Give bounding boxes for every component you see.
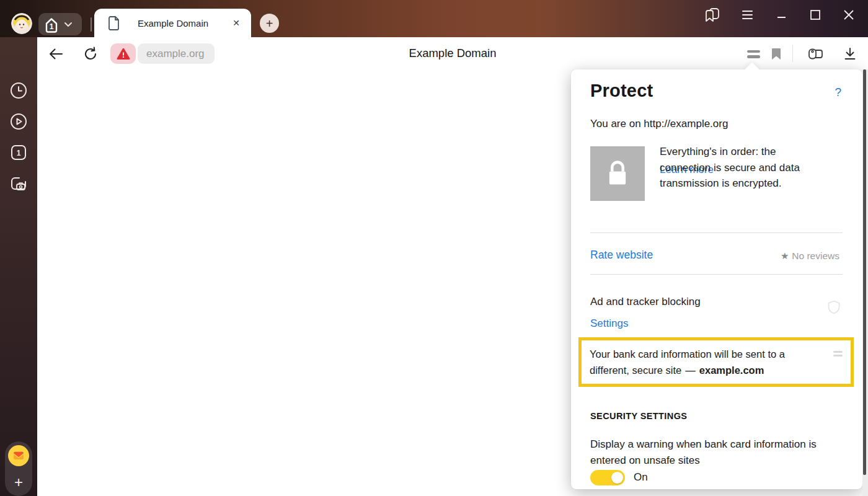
connection-status-text: Everything's in order: the connection is… bbox=[660, 144, 828, 177]
scrollbar-thumb[interactable] bbox=[863, 69, 866, 475]
play-icon bbox=[9, 112, 28, 131]
rate-website-link[interactable]: Rate website bbox=[590, 249, 653, 262]
warning-toggle-row: On bbox=[590, 470, 776, 486]
address-bar[interactable]: example.org bbox=[138, 43, 215, 64]
back-button[interactable] bbox=[47, 45, 64, 63]
location-line: You are on http://example.org bbox=[590, 118, 728, 130]
titlebar-divider bbox=[91, 17, 92, 32]
screenshot-button[interactable] bbox=[9, 174, 28, 193]
divider bbox=[590, 274, 843, 275]
mail-button[interactable] bbox=[8, 445, 29, 466]
close-tab-icon[interactable]: ✕ bbox=[229, 16, 244, 30]
active-tab-count-icon: 1 bbox=[43, 15, 60, 33]
chevron-down-icon bbox=[64, 22, 73, 27]
reviews-label: No reviews bbox=[792, 250, 839, 262]
maximize-button[interactable] bbox=[807, 7, 823, 23]
window-titlebar: 1 Example Domain ✕ + bbox=[0, 0, 868, 37]
warning-toggle[interactable] bbox=[590, 470, 625, 485]
sidebar: 1 + ••• bbox=[0, 37, 37, 496]
address-text: example.org bbox=[146, 48, 205, 60]
reviews-summary: ★ No reviews bbox=[781, 250, 839, 262]
maximize-icon bbox=[808, 8, 822, 22]
site-security-badge[interactable] bbox=[110, 43, 136, 64]
toolbar-divider bbox=[792, 45, 793, 62]
browser-tab[interactable]: Example Domain ✕ bbox=[94, 9, 251, 37]
avatar-image bbox=[11, 13, 32, 34]
shield-icon bbox=[828, 300, 840, 314]
history-button[interactable] bbox=[9, 81, 28, 100]
scrollbar-track bbox=[862, 69, 868, 496]
toolbar: example.org Example Domain bbox=[37, 37, 868, 69]
protect-panel-button[interactable] bbox=[745, 45, 762, 63]
toggle-knob bbox=[611, 472, 623, 484]
warning-icon bbox=[117, 48, 130, 60]
avatar[interactable] bbox=[11, 13, 32, 34]
toggle-state-label: On bbox=[634, 471, 648, 484]
reload-icon bbox=[83, 46, 98, 61]
status-text: Everything's in order: the connection is… bbox=[660, 144, 828, 192]
tab-count-icon: 1 bbox=[9, 143, 28, 162]
panel-title: Protect bbox=[590, 81, 653, 101]
back-arrow-icon bbox=[48, 47, 64, 61]
bookmark-button[interactable] bbox=[768, 45, 785, 63]
tab-group-button[interactable]: 1 bbox=[38, 13, 82, 35]
close-window-button[interactable] bbox=[841, 7, 857, 23]
bankcard-notice: Your bank card information will be sent … bbox=[578, 337, 854, 387]
minimize-icon bbox=[775, 8, 789, 22]
screenshot-icon bbox=[9, 174, 28, 193]
connection-status-tile bbox=[590, 146, 645, 201]
protect-mini-icon bbox=[833, 351, 843, 356]
tab-title: Example Domain bbox=[120, 18, 229, 29]
page-icon bbox=[108, 16, 120, 30]
minimize-button[interactable] bbox=[774, 7, 790, 23]
collections-button[interactable] bbox=[807, 45, 824, 63]
add-service-button[interactable]: + bbox=[5, 470, 32, 495]
downloads-button[interactable] bbox=[841, 45, 859, 63]
help-link[interactable]: ? bbox=[835, 86, 841, 99]
collections-icon bbox=[807, 46, 824, 62]
clock-icon bbox=[9, 81, 28, 100]
reload-button[interactable] bbox=[82, 45, 99, 63]
divider bbox=[590, 232, 843, 233]
mail-icon bbox=[8, 445, 29, 466]
lock-icon bbox=[604, 159, 631, 188]
browser-window: 1 Example Domain ✕ + bbox=[0, 0, 868, 496]
protect-panel: Protect ? You are on http://example.org … bbox=[571, 69, 862, 489]
hamburger-icon bbox=[742, 11, 753, 19]
security-settings-header: SECURITY SETTINGS bbox=[590, 411, 687, 421]
ad-blocking-label: Ad and tracker blocking bbox=[590, 296, 701, 308]
menu-button[interactable] bbox=[739, 7, 755, 23]
bookmark-icon bbox=[771, 47, 782, 61]
warning-setting-text: Display a warning when bank card informa… bbox=[590, 436, 853, 469]
download-icon bbox=[843, 46, 857, 61]
side-panel-button[interactable] bbox=[704, 7, 720, 23]
ad-blocking-settings-link[interactable]: Settings bbox=[590, 317, 628, 330]
protect-mini-icon-wrap bbox=[833, 351, 843, 356]
dash: — bbox=[681, 365, 699, 376]
tabs-button[interactable]: 1 bbox=[9, 143, 28, 162]
star-icon: ★ bbox=[781, 250, 789, 262]
new-tab-button[interactable]: + bbox=[260, 14, 279, 33]
sidebar-tab-count: 1 bbox=[17, 149, 21, 157]
tab-count: 1 bbox=[50, 22, 54, 31]
media-button[interactable] bbox=[9, 112, 28, 131]
bankcard-domain: example.com bbox=[699, 365, 764, 376]
bookmarks-panel-icon bbox=[704, 7, 720, 22]
protect-icon bbox=[747, 50, 760, 58]
close-icon bbox=[842, 8, 856, 22]
